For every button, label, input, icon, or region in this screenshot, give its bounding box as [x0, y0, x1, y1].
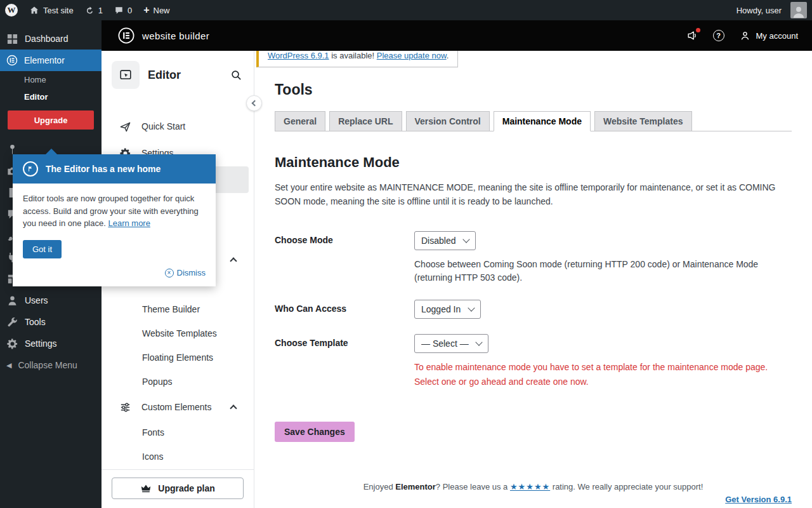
notice-period: . — [447, 51, 449, 60]
update-now-link[interactable]: Please update now — [377, 51, 447, 60]
settings-label: Settings — [25, 338, 57, 349]
save-changes-button[interactable]: Save Changes — [275, 422, 355, 442]
choose-template-select-wrap: — Select — — [414, 334, 488, 353]
who-can-access-select[interactable]: Logged In — [414, 300, 481, 319]
editor-panel-title: Editor — [148, 69, 181, 82]
tab-version-control[interactable]: Version Control — [406, 111, 490, 131]
notification-dot — [696, 28, 700, 32]
choose-template-select[interactable]: — Select — — [414, 334, 488, 353]
comments-indicator[interactable]: 0 — [114, 0, 132, 20]
choose-mode-select-wrap: Disabled — [414, 231, 476, 250]
app-header-actions: ? My account — [686, 30, 798, 41]
wordpress-version-link[interactable]: WordPress 6.9.1 — [268, 51, 329, 60]
elementor-submenu: Home Editor Upgrade — [0, 71, 102, 130]
pin-icon — [6, 144, 18, 156]
settings-icon — [6, 338, 18, 350]
search-icon[interactable] — [230, 69, 242, 81]
howdy-menu[interactable]: Howdy, user — [737, 0, 807, 20]
popup-arrow — [46, 149, 57, 154]
main-content: WordPress 6.9.1 is available! Please upd… — [254, 51, 812, 508]
update-icon — [85, 6, 95, 15]
editor-nav-icons[interactable]: Icons — [102, 444, 254, 469]
sidebar-upgrade-button[interactable]: Upgrade — [8, 110, 94, 130]
editor-nav-floating-elements[interactable]: Floating Elements — [102, 345, 254, 370]
tab-bar: General Replace URL Version Control Main… — [275, 111, 792, 131]
admin-bar-left: W Test site 1 0 + New — [5, 0, 170, 20]
updates-indicator[interactable]: 1 — [85, 0, 103, 20]
my-account-menu[interactable]: My account — [740, 30, 798, 41]
panel-collapse-button[interactable] — [246, 95, 262, 111]
rating-prefix: Enjoyed — [363, 482, 396, 491]
dismiss-button[interactable]: × Dismiss — [165, 268, 206, 277]
editor-nav-theme-builder[interactable]: Theme Builder — [102, 297, 254, 321]
upgrade-plan-label: Upgrade plan — [158, 483, 214, 493]
footer-rating: Enjoyed Elementor? Please leave us a ★★★… — [275, 482, 792, 491]
editor-nav-website-templates[interactable]: Website Templates — [102, 321, 254, 345]
updates-count: 1 — [98, 6, 103, 15]
tools-icon — [6, 316, 18, 328]
get-version-link[interactable]: Get Version 6.9.1 — [725, 495, 792, 504]
sliders-icon — [119, 401, 131, 413]
popup-footer: × Dismiss — [13, 258, 216, 287]
sidebar-item-elementor[interactable]: Elementor — [0, 50, 102, 71]
collapse-arrow-icon: ◀ — [6, 362, 11, 369]
help-icon[interactable]: ? — [713, 30, 724, 41]
sidebar-collapse-menu[interactable]: ◀ Collapse Menu — [0, 354, 102, 376]
whats-new-button[interactable] — [686, 30, 698, 41]
editor-new-home-popup: The Editor has a new home Editor tools a… — [13, 154, 216, 286]
collapse-label: Collapse Menu — [18, 360, 77, 370]
chevron-up-icon — [230, 257, 237, 264]
new-button[interactable]: + New — [143, 0, 169, 20]
sidebar-item-users[interactable]: Users — [0, 290, 102, 311]
sidebar-subitem-editor[interactable]: Editor — [0, 88, 102, 105]
editor-nav-popups[interactable]: Popups — [102, 370, 254, 394]
sidebar-item-tools[interactable]: Tools — [0, 311, 102, 333]
elementor-brand[interactable]: website builder — [118, 27, 209, 44]
editor-logo-icon — [112, 61, 140, 89]
form-row-choose-mode: Choose Mode Disabled Choose between Comi… — [275, 224, 792, 292]
user-icon — [740, 30, 750, 41]
sidebar-subitem-home[interactable]: Home — [0, 71, 102, 88]
tab-replace-url[interactable]: Replace URL — [329, 111, 402, 131]
learn-more-link[interactable]: Learn more — [108, 218, 150, 228]
sidebar-item-settings[interactable]: Settings — [0, 333, 102, 354]
editor-nav-custom-elements[interactable]: Custom Elements — [102, 394, 254, 420]
elementor-top-bar: website builder ? My account — [102, 20, 812, 51]
comments-count: 0 — [128, 6, 132, 15]
rating-stars-link[interactable]: ★★★★★ — [510, 482, 550, 491]
site-name-link[interactable]: Test site — [29, 0, 74, 20]
wordpress-menu[interactable]: W — [5, 0, 18, 20]
template-warning-line1: To enable maintenance mode you have to s… — [414, 361, 792, 374]
rating-brand: Elementor — [395, 482, 436, 491]
choose-mode-label: Choose Mode — [275, 231, 414, 284]
brand-label: website builder — [142, 30, 209, 41]
got-it-button[interactable]: Got it — [23, 240, 62, 258]
tools-label: Tools — [25, 317, 46, 327]
quick-start-label: Quick Start — [141, 121, 185, 131]
choose-mode-select[interactable]: Disabled — [414, 231, 476, 250]
section-title: Maintenance Mode — [275, 154, 792, 171]
crown-icon — [140, 483, 152, 494]
editor-nav-fonts[interactable]: Fonts — [102, 420, 254, 444]
update-notice: WordPress 6.9.1 is available! Please upd… — [256, 51, 458, 67]
maintenance-form: Choose Mode Disabled Choose between Comi… — [275, 224, 792, 396]
home-icon — [29, 5, 39, 15]
wp-admin-bar: W Test site 1 0 + New Howdy, user — [0, 0, 812, 20]
rating-suffix: rating. We really appreciate your suppor… — [550, 482, 703, 491]
popup-body: Editor tools are now grouped together fo… — [13, 184, 216, 231]
users-icon — [6, 295, 18, 307]
custom-elements-label: Custom Elements — [141, 402, 211, 412]
choose-mode-description: Choose between Coming Soon mode (returni… — [414, 258, 789, 284]
tab-maintenance-mode[interactable]: Maintenance Mode — [494, 111, 591, 131]
tab-website-templates[interactable]: Website Templates — [594, 111, 692, 131]
upgrade-plan-button[interactable]: Upgrade plan — [112, 478, 244, 499]
howdy-label: Howdy, user — [737, 6, 782, 15]
editor-nav-quick-start[interactable]: Quick Start — [102, 113, 254, 140]
template-warning-line2: Select one or go ahead and create one no… — [414, 375, 792, 389]
form-row-who-can-access: Who Can Access Logged In — [275, 292, 792, 326]
tab-general[interactable]: General — [275, 111, 325, 131]
elementor-label: Elementor — [24, 55, 65, 65]
sidebar-item-dashboard[interactable]: Dashboard — [0, 28, 102, 50]
plus-icon: + — [143, 5, 149, 15]
popup-title: The Editor has a new home — [46, 164, 160, 174]
